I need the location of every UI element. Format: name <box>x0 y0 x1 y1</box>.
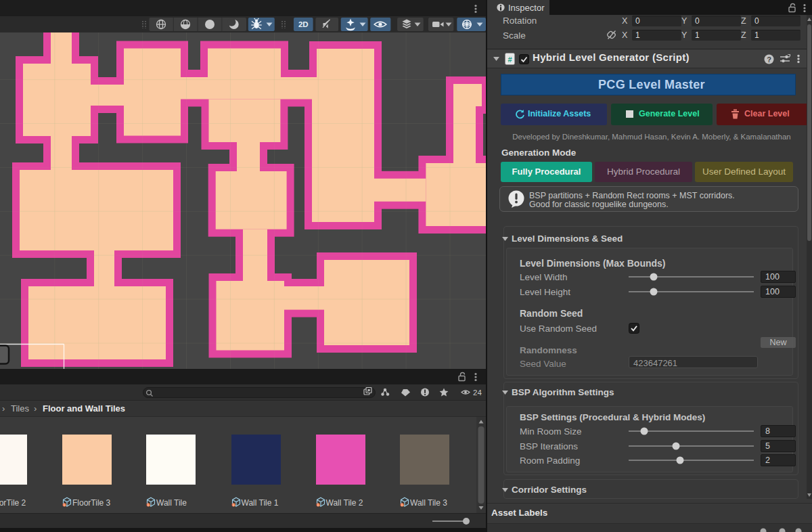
svg-text:0: 0 <box>317 503 319 507</box>
svg-text:0: 0 <box>148 503 150 507</box>
svg-text:24: 24 <box>473 389 482 397</box>
svg-text:0: 0 <box>232 503 234 507</box>
svg-text:0: 0 <box>401 503 403 507</box>
svg-text:0: 0 <box>64 503 66 507</box>
svg-text:2D: 2D <box>298 20 309 28</box>
svg-text:#: # <box>508 56 512 64</box>
svg-text:?: ? <box>767 55 771 63</box>
